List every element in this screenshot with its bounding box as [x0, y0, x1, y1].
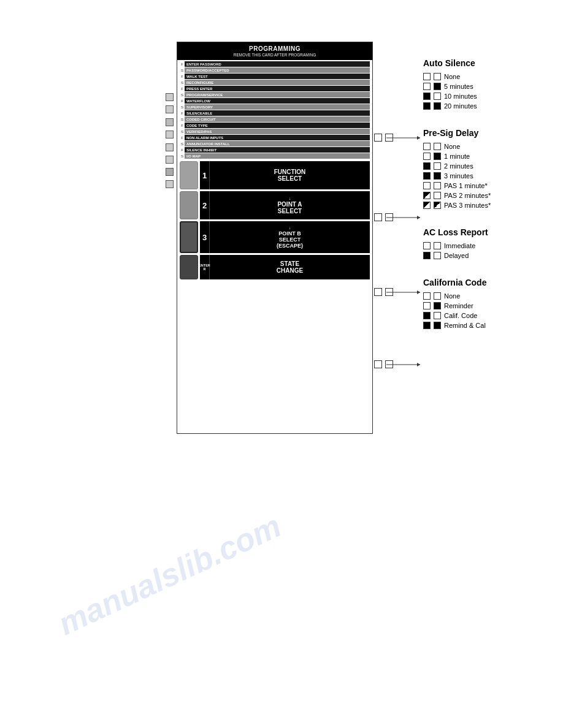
- auto-silence-opt-10: 10 minutes: [423, 93, 552, 100]
- auto-silence-opt-5: 5 minutes: [423, 83, 552, 90]
- pre-sig-chk1[interactable]: [374, 213, 382, 221]
- menu-section: F ENTER PASSWORD S PASSWORD/ACCEPTED F: [177, 60, 372, 161]
- menu-row-5: F SILENCEABLE S CODED CIRCUIT: [180, 110, 370, 122]
- ac-loss-opt-immediate: Immediate: [423, 242, 552, 249]
- left-checkbox-2[interactable]: [166, 105, 174, 113]
- cal-code-opt-remind-cal: Remind & Cal: [423, 322, 552, 329]
- auto-silence-chk1[interactable]: [374, 134, 382, 142]
- btn2-side[interactable]: [180, 191, 198, 219]
- watermark: manualslib.com: [53, 507, 287, 642]
- svg-marker-5: [417, 290, 420, 294]
- auto-silence-arrow: [386, 132, 420, 144]
- btn-enter-label: STATE CHANGE: [277, 260, 303, 274]
- f-label-1: ENTER PASSWORD: [186, 63, 221, 66]
- prog-title: PROGRAMMING: [181, 45, 369, 53]
- ac-loss-chk1[interactable]: [374, 288, 382, 296]
- btn2-label: POINT A SELECT: [277, 201, 302, 214]
- point-b-select-row: 3 ↓ POINT B SELECT (ESCAPE): [180, 221, 370, 253]
- btn3-number: 3: [202, 233, 207, 242]
- pre-sig-opt-3: 3 minutes: [423, 172, 552, 180]
- left-checkbox-4[interactable]: [166, 131, 174, 138]
- pre-sig-opt-pas3: PAS 3 minutes*: [423, 202, 552, 209]
- pre-sig-opt-pas2: PAS 2 minutes*: [423, 192, 552, 199]
- auto-silence-title: Auto Silence: [423, 58, 552, 68]
- menu-row-8: F SILENCE INHIBIT S I/O MAP: [180, 147, 370, 159]
- pre-sig-section: Pre-Sig Delay None 1 minute 2 minutes 3 …: [423, 128, 552, 209]
- menu-row-1: F ENTER PASSWORD S PASSWORD/ACCEPTED: [180, 61, 370, 73]
- cal-code-title: California Code: [423, 278, 552, 287]
- svg-marker-3: [417, 216, 420, 219]
- menu-row-3: F PRESS ENTER S PROGRAM/SERVICE: [180, 86, 370, 97]
- ac-loss-section: AC Loss Report Immediate Delayed: [423, 227, 552, 259]
- left-checkbox-3[interactable]: [166, 118, 174, 126]
- prog-header: PROGRAMMING REMOVE THIS CARD AFTER PROGR…: [177, 42, 372, 60]
- pre-sig-title: Pre-Sig Delay: [423, 128, 552, 138]
- btn3-label: POINT B SELECT (ESCAPE): [277, 230, 303, 249]
- cal-code-opt-none: None: [423, 292, 552, 300]
- pre-sig-arrow: [386, 211, 420, 224]
- pre-sig-opt-2: 2 minutes: [423, 162, 552, 170]
- f-indicator-1: F: [180, 63, 185, 66]
- left-checkbox-6[interactable]: [166, 156, 174, 164]
- menu-row-6: F CODE TYPE S VERIFIED/PAS: [180, 123, 370, 134]
- auto-silence-opt-none: None: [423, 73, 552, 80]
- buttons-section: 1 FUNCTION SELECT 2 ↓ POINT A SELECT: [177, 161, 372, 279]
- cal-code-chk1[interactable]: [374, 360, 382, 368]
- california-code-section: California Code None Reminder Calif. Cod…: [423, 278, 552, 329]
- btn1-number: 1: [202, 171, 207, 180]
- auto-silence-section: Auto Silence None 5 minutes 10 minutes 2…: [423, 58, 552, 110]
- left-checkbox-7[interactable]: [166, 168, 174, 176]
- s-label-1: PASSWORD/ACCEPTED: [186, 69, 229, 72]
- programming-card: PROGRAMMING REMOVE THIS CARD AFTER PROGR…: [177, 42, 373, 434]
- prog-subtitle: REMOVE THIS CARD AFTER PROGRAMING: [181, 53, 369, 58]
- page: manualslib.com PROGRAMMING REMOVE THIS C…: [0, 0, 563, 728]
- btn-enter-number: ENTER: [199, 264, 210, 268]
- cal-code-opt-reminder: Reminder: [423, 302, 552, 309]
- left-checkbox-1[interactable]: [166, 93, 174, 101]
- left-checkbox-5[interactable]: [166, 143, 174, 151]
- left-checkbox-8[interactable]: [166, 180, 174, 188]
- btn3-side[interactable]: [180, 221, 198, 253]
- pre-sig-opt-pas1: PAS 1 minute*: [423, 182, 552, 189]
- right-panel: Auto Silence None 5 minutes 10 minutes 2…: [423, 58, 552, 332]
- btn2-number: 2: [202, 201, 207, 210]
- state-change-row: ENTER R STATE CHANGE: [180, 255, 370, 279]
- pre-sig-opt-1: 1 minute: [423, 153, 552, 160]
- btn-enter-side[interactable]: [180, 255, 198, 279]
- function-select-row: 1 FUNCTION SELECT: [180, 161, 370, 189]
- menu-row-2: F WALK TEST S RECONFIGURE: [180, 74, 370, 85]
- svg-marker-7: [417, 363, 420, 366]
- ac-loss-title: AC Loss Report: [423, 227, 552, 237]
- btn1-label: FUNCTION SELECT: [274, 169, 306, 182]
- ac-loss-arrow: [386, 286, 420, 298]
- s-indicator-1: S: [180, 69, 185, 72]
- point-a-select-row: 2 ↓ POINT A SELECT: [180, 191, 370, 219]
- auto-silence-opt-20: 20 minutes: [423, 102, 552, 110]
- cal-code-opt-calif: Calif. Code: [423, 312, 552, 319]
- ac-loss-opt-delayed: Delayed: [423, 252, 552, 259]
- cal-code-arrow: [386, 358, 420, 371]
- menu-row-4: F WATERFLOW S SUPERVISORY: [180, 98, 370, 110]
- btn1-side[interactable]: [180, 161, 198, 189]
- svg-marker-1: [417, 136, 420, 140]
- menu-row-7: F NON ALARM INPUTS S ANNUNCIATOR INSTALL: [180, 135, 370, 146]
- pre-sig-opt-none: None: [423, 143, 552, 150]
